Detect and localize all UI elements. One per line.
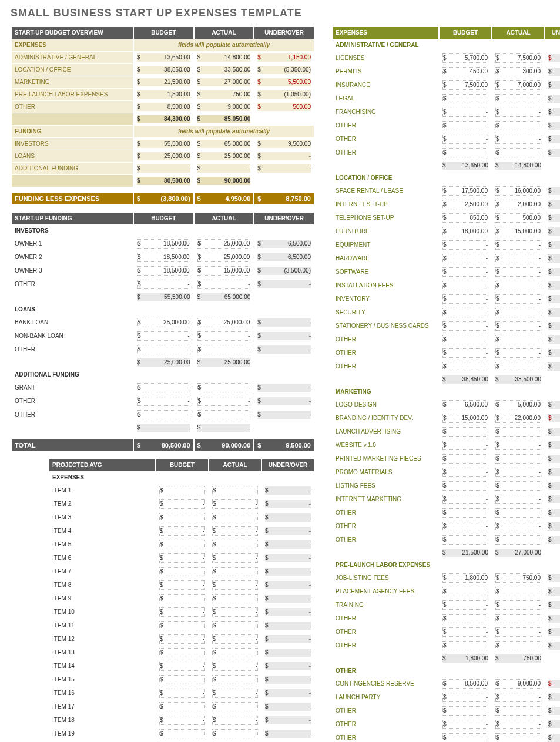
actual-input[interactable]: $- (492, 360, 544, 373)
budget-input[interactable]: $850.00 (440, 211, 491, 224)
budget-input[interactable]: $- (134, 343, 193, 356)
budget-input[interactable]: $- (440, 466, 491, 479)
actual-input[interactable]: $300.00 (492, 65, 544, 78)
actual-input[interactable]: $- (492, 452, 544, 465)
budget-input[interactable]: $8,500.00 (440, 677, 491, 690)
actual-input[interactable]: $- (492, 425, 544, 438)
budget-input[interactable]: $- (440, 239, 491, 251)
actual-input[interactable]: $- (492, 704, 544, 717)
budget-input[interactable]: $- (440, 347, 491, 360)
actual-input[interactable]: $- (209, 633, 261, 646)
actual-input[interactable]: $15,000.00 (195, 264, 254, 277)
actual-input[interactable]: $- (492, 320, 544, 333)
actual-input[interactable]: $- (209, 687, 261, 700)
actual-input[interactable]: $- (492, 133, 544, 146)
budget-input[interactable]: $- (156, 538, 208, 551)
budget-input[interactable]: $7,500.00 (440, 79, 491, 92)
budget-input[interactable]: $1,800.00 (440, 572, 491, 585)
budget-input[interactable]: $- (440, 479, 491, 492)
actual-input[interactable]: $- (492, 266, 544, 278)
actual-input[interactable]: $- (492, 252, 544, 265)
budget-input[interactable]: $- (134, 408, 193, 421)
budget-input[interactable]: $- (440, 320, 491, 333)
actual-input[interactable]: $- (492, 119, 544, 132)
actual-input[interactable]: $- (492, 506, 544, 519)
actual-input[interactable]: $7,500.00 (492, 52, 544, 65)
budget-input[interactable]: $- (156, 498, 208, 511)
budget-input[interactable]: $- (156, 592, 208, 605)
budget-input[interactable]: $- (440, 626, 491, 639)
budget-input[interactable]: $- (134, 278, 193, 291)
actual-input[interactable]: $- (209, 727, 261, 740)
budget-input[interactable]: $- (440, 306, 491, 319)
actual-input[interactable]: $2,000.00 (492, 198, 544, 211)
budget-input[interactable]: $- (440, 493, 491, 506)
actual-input[interactable]: $- (492, 333, 544, 346)
budget-input[interactable]: $- (156, 606, 208, 619)
budget-input[interactable]: $6,500.00 (440, 398, 491, 411)
actual-input[interactable]: $- (195, 343, 254, 356)
budget-input[interactable]: $- (156, 565, 208, 578)
budget-input[interactable]: $- (156, 525, 208, 538)
budget-input[interactable]: $- (156, 673, 208, 686)
budget-input[interactable]: $- (440, 639, 491, 652)
actual-input[interactable]: $- (209, 498, 261, 511)
actual-input[interactable]: $- (195, 278, 254, 291)
budget-input[interactable]: $- (440, 599, 491, 612)
actual-input[interactable]: $- (492, 612, 544, 625)
budget-input[interactable]: $- (440, 266, 491, 278)
budget-input[interactable]: $- (440, 704, 491, 717)
budget-input[interactable]: $- (156, 511, 208, 524)
actual-input[interactable]: $- (195, 395, 254, 408)
budget-input[interactable]: $2,500.00 (440, 198, 491, 211)
actual-input[interactable]: $- (492, 520, 544, 533)
actual-input[interactable]: $- (492, 347, 544, 360)
budget-input[interactable]: $- (440, 119, 491, 132)
actual-input[interactable]: $- (209, 619, 261, 632)
actual-input[interactable]: $- (209, 511, 261, 524)
budget-input[interactable]: $- (440, 520, 491, 533)
actual-input[interactable]: $- (209, 579, 261, 592)
actual-input[interactable]: $- (209, 700, 261, 713)
budget-input[interactable]: $- (440, 293, 491, 305)
actual-input[interactable]: $- (209, 606, 261, 619)
budget-input[interactable]: $5,700.00 (440, 52, 491, 65)
actual-input[interactable]: $22,000.00 (492, 412, 544, 425)
actual-input[interactable]: $- (492, 92, 544, 105)
budget-input[interactable]: $- (440, 279, 491, 292)
budget-input[interactable]: $25,000.00 (134, 316, 193, 329)
actual-input[interactable]: $25,000.00 (195, 316, 254, 329)
actual-input[interactable]: $- (492, 731, 544, 742)
actual-input[interactable]: $- (492, 293, 544, 305)
actual-input[interactable]: $- (195, 330, 254, 343)
actual-input[interactable]: $- (492, 146, 544, 159)
actual-input[interactable]: $- (492, 239, 544, 251)
budget-input[interactable]: $18,000.00 (440, 225, 491, 238)
actual-input[interactable]: $5,000.00 (492, 398, 544, 411)
actual-input[interactable]: $- (209, 673, 261, 686)
budget-input[interactable]: $- (156, 579, 208, 592)
budget-input[interactable]: $- (440, 133, 491, 146)
actual-input[interactable]: $- (492, 691, 544, 704)
actual-input[interactable]: $- (492, 533, 544, 546)
actual-input[interactable]: $- (209, 592, 261, 605)
budget-input[interactable]: $- (440, 506, 491, 519)
actual-input[interactable]: $7,000.00 (492, 79, 544, 92)
budget-input[interactable]: $- (440, 333, 491, 346)
actual-input[interactable]: $- (492, 306, 544, 319)
actual-input[interactable]: $- (209, 552, 261, 565)
actual-input[interactable]: $- (209, 660, 261, 673)
budget-input[interactable]: $18,500.00 (134, 237, 193, 250)
budget-input[interactable]: $- (440, 533, 491, 546)
budget-input[interactable]: $- (440, 691, 491, 704)
budget-input[interactable]: $17,500.00 (440, 184, 491, 197)
budget-input[interactable]: $- (156, 646, 208, 659)
actual-input[interactable]: $- (209, 484, 261, 497)
actual-input[interactable]: $- (492, 279, 544, 292)
actual-input[interactable]: $500.00 (492, 211, 544, 224)
budget-input[interactable]: $- (440, 452, 491, 465)
budget-input[interactable]: $- (156, 687, 208, 700)
budget-input[interactable]: $- (134, 381, 193, 394)
budget-input[interactable]: $- (134, 330, 193, 343)
actual-input[interactable]: $16,000.00 (492, 184, 544, 197)
